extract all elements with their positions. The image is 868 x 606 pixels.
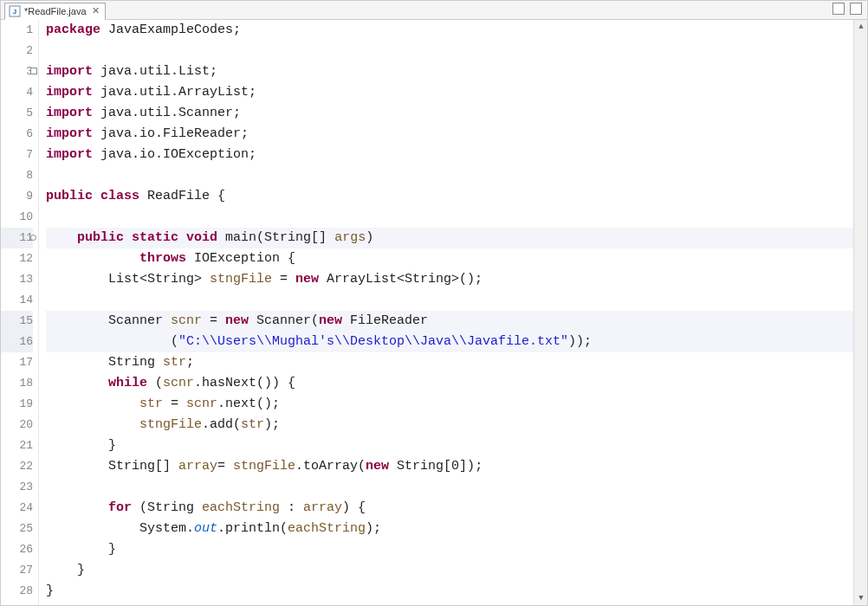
code-line[interactable]: String str; — [46, 352, 853, 373]
line-number: 12 — [1, 248, 33, 269]
code-line[interactable]: } — [46, 560, 853, 581]
code-line[interactable]: public static void main(String[] args) — [46, 228, 853, 248]
line-number: 20 — [1, 415, 33, 435]
java-file-icon: J — [9, 5, 21, 17]
line-number: 2 — [1, 41, 33, 61]
line-number: 24 — [1, 498, 33, 519]
code-line[interactable]: System.out.println(eachString); — [46, 519, 853, 539]
code-line[interactable] — [46, 165, 853, 186]
maximize-icon[interactable] — [850, 3, 862, 15]
code-line[interactable]: import java.util.List; — [46, 61, 853, 82]
line-number: 27 — [1, 560, 33, 581]
scroll-down-icon[interactable]: ▼ — [854, 591, 867, 605]
line-number: 7 — [1, 145, 33, 165]
line-number: 13 — [1, 269, 33, 290]
code-line[interactable]: package JavaExampleCodes; — [46, 20, 853, 41]
minimize-icon[interactable] — [832, 3, 845, 15]
code-line[interactable]: import java.util.ArrayList; — [46, 82, 853, 103]
line-number: 22 — [1, 456, 33, 477]
toolbar-icons — [832, 3, 862, 15]
override-marker-icon[interactable] — [30, 235, 36, 241]
fold-marker-icon[interactable] — [30, 68, 37, 74]
line-number: 16 — [1, 332, 33, 352]
line-number: 25 — [1, 519, 33, 539]
line-number: 10 — [1, 207, 33, 228]
line-number: 5 — [1, 103, 33, 124]
code-line[interactable]: } — [46, 581, 853, 602]
code-line[interactable]: throws IOException { — [46, 248, 853, 269]
close-icon[interactable]: ✕ — [90, 5, 101, 16]
line-number: 3 — [1, 61, 33, 82]
code-line[interactable] — [46, 477, 853, 498]
code-line[interactable]: while (scnr.hasNext()) { — [46, 373, 853, 394]
code-line[interactable]: import java.io.FileReader; — [46, 124, 853, 145]
code-line[interactable] — [46, 41, 853, 61]
code-line[interactable]: import java.util.Scanner; — [46, 103, 853, 124]
line-number: 26 — [1, 539, 33, 560]
code-line[interactable]: public class ReadFile { — [46, 186, 853, 207]
line-number: 28 — [1, 581, 33, 602]
code-line[interactable]: List<String> stngFile = new ArrayList<St… — [46, 269, 853, 290]
code-line[interactable] — [46, 290, 853, 311]
line-number: 19 — [1, 394, 33, 415]
code-line[interactable]: stngFile.add(str); — [46, 415, 853, 435]
scroll-track[interactable] — [854, 34, 867, 591]
line-number: 6 — [1, 124, 33, 145]
code-line[interactable]: Scanner scnr = new Scanner(new FileReade… — [46, 311, 853, 332]
code-line[interactable]: for (String eachString : array) { — [46, 498, 853, 519]
line-number: 15 — [1, 311, 33, 332]
code-line[interactable] — [46, 207, 853, 228]
vertical-scrollbar[interactable]: ▲ ▼ — [853, 20, 867, 605]
line-number: 23 — [1, 477, 33, 498]
svg-text:J: J — [13, 8, 16, 16]
line-number: 14 — [1, 290, 33, 311]
line-number: 18 — [1, 373, 33, 394]
line-number: 1 — [1, 20, 33, 41]
line-number: 4 — [1, 82, 33, 103]
scroll-up-icon[interactable]: ▲ — [854, 20, 867, 34]
code-area[interactable]: package JavaExampleCodes;import java.uti… — [39, 20, 853, 605]
line-number: 9 — [1, 186, 33, 207]
line-number: 21 — [1, 435, 33, 456]
code-line[interactable]: ("C:\\Users\\Mughal's\\Desktop\\Java\\Ja… — [46, 332, 853, 352]
code-line[interactable]: } — [46, 435, 853, 456]
tab-label: *ReadFile.java — [24, 6, 87, 16]
line-number-gutter: 1234567891011121314151617181920212223242… — [1, 20, 39, 605]
tab-bar: J *ReadFile.java ✕ — [1, 1, 867, 20]
code-line[interactable]: str = scnr.next(); — [46, 394, 853, 415]
editor: 1234567891011121314151617181920212223242… — [1, 20, 867, 605]
code-line[interactable]: } — [46, 539, 853, 560]
code-line[interactable]: import java.io.IOException; — [46, 145, 853, 165]
code-line[interactable]: String[] array= stngFile.toArray(new Str… — [46, 456, 853, 477]
file-tab[interactable]: J *ReadFile.java ✕ — [4, 3, 106, 20]
line-number: 17 — [1, 352, 33, 373]
line-number: 11 — [1, 228, 33, 248]
line-number: 8 — [1, 165, 33, 186]
